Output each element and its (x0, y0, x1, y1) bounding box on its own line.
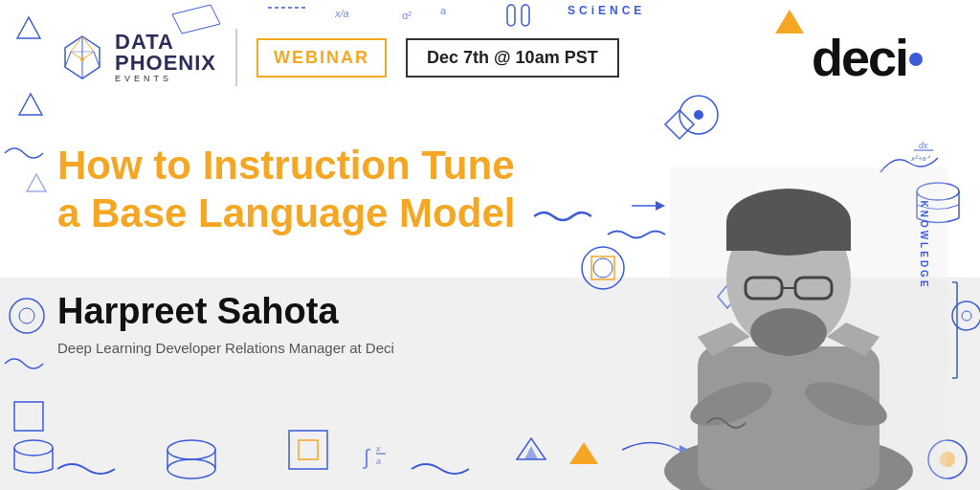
header-row: DATA PHOENIX EVENTS WEBINAR Dec 7th @ 10… (57, 29, 923, 86)
webinar-badge: WEBINAR (256, 38, 387, 78)
deci-dot (909, 53, 923, 66)
knowledge-label: KNOWLEDGE (919, 200, 929, 289)
speaker-section: Harpreet Sahota Deep Learning Developer … (57, 292, 394, 356)
webinar-label: WEBINAR (274, 48, 369, 68)
main-title: How to Instruction Tune a Base Language … (57, 142, 591, 238)
deci-wordmark: deci (812, 32, 923, 83)
title-line2: a Base Language Model (57, 189, 591, 237)
squiggle-decoration (534, 207, 591, 226)
svg-point-79 (750, 308, 827, 356)
speaker-photo (645, 145, 932, 490)
logo-line2: PHOENIX (115, 53, 216, 74)
speaker-role: Deep Learning Developer Relations Manage… (57, 340, 394, 356)
logo-text: DATA PHOENIX EVENTS (115, 32, 216, 83)
svg-rect-75 (726, 222, 851, 251)
header-divider (235, 29, 237, 86)
date-box: Dec 7th @ 10am PST (406, 38, 619, 78)
date-text: Dec 7th @ 10am PST (427, 48, 598, 68)
svg-line-63 (65, 52, 71, 67)
main-container: x/a α² a dx x²+a⁴ (0, 0, 980, 490)
speaker-name: Harpreet Sahota (57, 292, 394, 332)
logo-line3: EVENTS (115, 75, 216, 83)
svg-point-67 (80, 57, 84, 61)
deci-logo: deci (812, 32, 923, 83)
science-label: SCiENCE (568, 4, 645, 17)
speaker-silhouette (645, 145, 932, 490)
title-line1: How to Instruction Tune (57, 142, 591, 189)
svg-line-64 (94, 52, 100, 67)
phoenix-logo-icon (57, 33, 107, 82)
logo-line1: DATA (115, 32, 216, 53)
logo-container: DATA PHOENIX EVENTS (57, 32, 216, 83)
